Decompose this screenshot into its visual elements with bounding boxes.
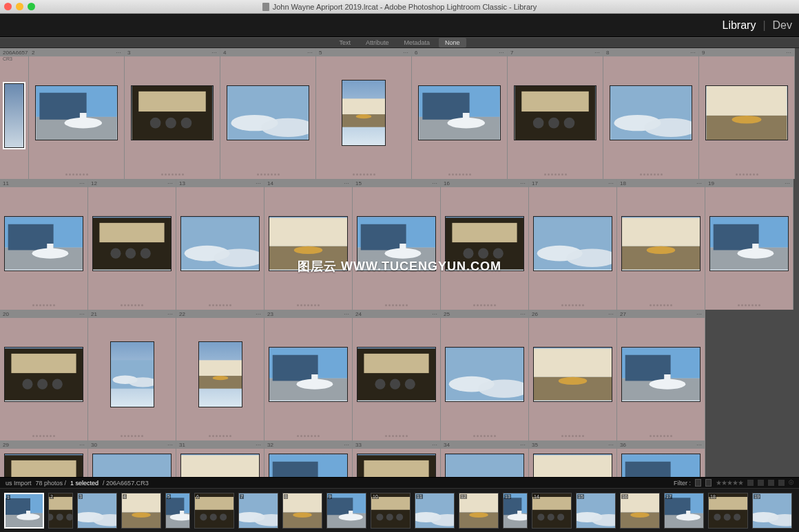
cell-menu-icon[interactable]: ⋯ [520, 442, 526, 448]
thumbnail[interactable] [92, 454, 172, 477]
flag-pick-icon[interactable] [695, 479, 701, 487]
filter-lock-icon[interactable]: ⦾ [789, 479, 793, 487]
filmstrip-thumb[interactable]: 8 [282, 493, 322, 529]
grid-cell[interactable]: 12⋯ [88, 179, 176, 310]
cell-menu-icon[interactable]: ⋯ [79, 311, 85, 317]
thumbnail[interactable] [621, 347, 701, 402]
cell-menu-icon[interactable]: ⋯ [211, 50, 217, 56]
thumbnail[interactable] [514, 85, 596, 140]
filmstrip-thumb[interactable]: 11 [415, 493, 455, 529]
filmstrip-thumb[interactable]: 9 [326, 493, 366, 529]
thumbnail[interactable] [269, 216, 348, 271]
cell-menu-icon[interactable]: ⋯ [344, 180, 349, 187]
thumbnail[interactable] [610, 85, 692, 140]
cell-menu-icon[interactable]: ⋯ [520, 311, 526, 317]
filmstrip-thumb[interactable]: 14 [532, 493, 572, 529]
cell-menu-icon[interactable]: ⋯ [608, 442, 614, 448]
thumbnail[interactable] [621, 216, 701, 271]
thumbnail[interactable] [533, 347, 612, 402]
grid-cell[interactable]: 6⋯ [412, 48, 508, 179]
grid-cell[interactable]: 3⋯ [125, 48, 220, 179]
grid-cell[interactable]: 21⋯ [88, 310, 176, 440]
color-label-green[interactable] [768, 480, 774, 486]
grid-cell[interactable]: 8⋯ [603, 48, 699, 179]
thumbnail[interactable] [533, 216, 612, 271]
cell-menu-icon[interactable]: ⋯ [594, 50, 600, 56]
cell-menu-icon[interactable]: ⋯ [520, 180, 526, 187]
cell-menu-icon[interactable]: ⋯ [786, 50, 791, 56]
module-develop[interactable]: Dev [766, 19, 799, 32]
cell-menu-icon[interactable]: ⋯ [696, 442, 702, 448]
grid-cell[interactable]: 35⋯ [529, 440, 617, 477]
thumbnail[interactable] [418, 85, 501, 140]
cell-menu-icon[interactable]: ⋯ [307, 50, 313, 56]
filter-tab-text[interactable]: Text [333, 38, 357, 47]
filmstrip-thumb[interactable]: 2 [48, 493, 73, 529]
grid-cell[interactable]: 4⋯ [220, 48, 316, 179]
color-label-blue[interactable] [778, 480, 785, 486]
thumbnail[interactable] [342, 80, 386, 146]
grid-cell[interactable]: 32⋯ [264, 440, 353, 477]
grid-cell[interactable]: 16⋯ [441, 179, 529, 310]
thumbnail[interactable] [35, 85, 118, 140]
thumbnail[interactable] [110, 341, 154, 407]
cell-menu-icon[interactable]: ⋯ [608, 311, 614, 317]
filmstrip-thumb[interactable]: 4 [121, 493, 161, 529]
grid-cell[interactable]: 15⋯ [353, 179, 441, 310]
thumbnail[interactable] [269, 347, 348, 402]
thumbnail[interactable] [4, 347, 83, 402]
grid-cell[interactable]: 24⋯ [353, 310, 441, 440]
color-label-yellow[interactable] [758, 480, 764, 486]
grid-cell[interactable]: 19⋯ [705, 179, 793, 310]
cell-menu-icon[interactable]: ⋯ [167, 442, 173, 448]
thumbnail[interactable] [180, 216, 260, 271]
thumbnail[interactable] [180, 454, 260, 477]
thumbnail[interactable] [269, 454, 348, 477]
grid-cell[interactable]: 33⋯ [353, 440, 441, 477]
grid-cell[interactable]: 2⋯ [29, 48, 125, 179]
thumbnail[interactable] [227, 85, 309, 140]
cell-menu-icon[interactable]: ⋯ [696, 311, 702, 317]
grid-cell[interactable]: 29⋯ [0, 440, 88, 477]
close-window-icon[interactable] [4, 3, 12, 10]
maximize-window-icon[interactable] [28, 3, 35, 10]
cell-menu-icon[interactable]: ⋯ [116, 50, 121, 56]
cell-menu-icon[interactable]: ⋯ [167, 311, 173, 317]
rating-stars[interactable]: ★★★★★ [716, 479, 743, 487]
cell-menu-icon[interactable]: ⋯ [256, 442, 261, 448]
cell-menu-icon[interactable]: ⋯ [403, 50, 408, 56]
cell-menu-icon[interactable]: ⋯ [344, 311, 349, 317]
cell-menu-icon[interactable]: ⋯ [256, 180, 261, 187]
grid-cell[interactable]: 31⋯ [176, 440, 264, 477]
grid-cell[interactable]: 18⋯ [617, 179, 705, 310]
cell-menu-icon[interactable]: ⋯ [432, 180, 437, 187]
cell-menu-icon[interactable]: ⋯ [432, 311, 437, 317]
filmstrip-thumb[interactable]: 17 [664, 493, 704, 529]
filter-tab-attribute[interactable]: Attribute [360, 38, 395, 47]
thumbnail[interactable] [621, 454, 701, 477]
thumbnail[interactable] [445, 347, 524, 402]
grid-cell[interactable]: 36⋯ [617, 440, 705, 477]
filmstrip-thumb[interactable]: 10 [371, 493, 411, 529]
filmstrip-thumb[interactable]: 15 [576, 493, 616, 529]
grid-cell[interactable]: 7⋯ [508, 48, 603, 179]
thumbnail[interactable] [705, 85, 788, 140]
grid-cell[interactable]: 30⋯ [88, 440, 176, 477]
filmstrip-thumb[interactable]: 19 [752, 493, 792, 529]
filmstrip-thumb[interactable]: 6 [194, 493, 234, 529]
thumbnail[interactable] [533, 454, 612, 477]
cell-menu-icon[interactable]: ⋯ [608, 180, 614, 187]
grid-cell[interactable]: 17⋯ [529, 179, 617, 310]
filter-tab-metadata[interactable]: Metadata [398, 38, 437, 47]
cell-menu-icon[interactable]: ⋯ [79, 442, 85, 448]
grid-cell[interactable]: 26⋯ [529, 310, 617, 440]
filmstrip-thumb[interactable]: 12 [459, 493, 499, 529]
grid-cell[interactable]: 22⋯ [176, 310, 264, 440]
cell-menu-icon[interactable]: ⋯ [79, 180, 85, 187]
thumbnail[interactable] [131, 85, 214, 140]
grid-cell[interactable]: 5⋯ [316, 48, 412, 179]
cell-menu-icon[interactable]: ⋯ [499, 50, 504, 56]
cell-menu-icon[interactable]: ⋯ [167, 180, 173, 187]
cell-menu-icon[interactable]: ⋯ [696, 180, 702, 187]
thumbnail[interactable] [4, 216, 83, 271]
